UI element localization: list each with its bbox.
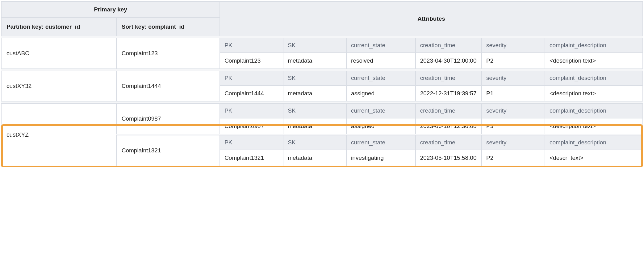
attr-header-sk: SK [283, 71, 346, 85]
cell-sk: metadata [283, 85, 346, 101]
cell-severity: P1 [482, 85, 545, 101]
attr-header-severity: severity [482, 38, 545, 53]
cell-creation-time: 2022-12-31T19:39:57 [416, 85, 482, 101]
cell-current-state: assigned [346, 118, 416, 134]
attr-header-complaint-description: complaint_description [545, 103, 643, 118]
cell-severity: P2 [482, 150, 545, 166]
cell-sk: metadata [283, 53, 346, 69]
cell-severity: P2 [482, 53, 545, 69]
cell-complaint-description: <description text> [545, 53, 643, 69]
attr-header-creation-time: creation_time [416, 135, 482, 150]
table-header-row: Primary key Attributes [1, 1, 643, 18]
table-row: custXY32 Complaint1444 PK SK current_sta… [1, 71, 643, 85]
primary-key-header: Primary key [1, 1, 220, 18]
table-wrapper: Primary key Attributes Partition key: cu… [1, 1, 643, 166]
attr-header-creation-time: creation_time [416, 38, 482, 53]
dynamodb-table: Primary key Attributes Partition key: cu… [1, 1, 643, 166]
attr-header-sk: SK [283, 38, 346, 53]
attr-header-severity: severity [482, 71, 545, 85]
attr-header-severity: severity [482, 103, 545, 118]
table-row: custXYZ Complaint0987 PK SK current_stat… [1, 103, 643, 118]
attr-header-pk: PK [220, 135, 283, 150]
cell-pk: Complaint123 [220, 53, 283, 69]
cell-current-state: assigned [346, 85, 416, 101]
attr-header-severity: severity [482, 135, 545, 150]
partition-key-cell: custXYZ [1, 103, 116, 166]
cell-creation-time: 2023-04-30T12:00:00 [416, 53, 482, 69]
attr-header-sk: SK [283, 135, 346, 150]
partition-key-header: Partition key: customer_id [1, 18, 116, 36]
sort-key-cell: Complaint1321 [116, 135, 220, 166]
cell-sk: metadata [283, 118, 346, 134]
cell-severity: P3 [482, 118, 545, 134]
attr-header-current-state: current_state [346, 103, 416, 118]
sort-key-header: Sort key: complaint_id [116, 18, 220, 36]
attr-header-creation-time: creation_time [416, 103, 482, 118]
cell-complaint-description: <description text> [545, 118, 643, 134]
attr-header-sk: SK [283, 103, 346, 118]
cell-current-state: investigating [346, 150, 416, 166]
attr-header-complaint-description: complaint_description [545, 38, 643, 53]
cell-pk: Complaint0987 [220, 118, 283, 134]
cell-pk: Complaint1444 [220, 85, 283, 101]
cell-creation-time: 2023-06-10T12:30:08 [416, 118, 482, 134]
attr-header-current-state: current_state [346, 135, 416, 150]
sort-key-cell: Complaint1444 [116, 71, 220, 101]
cell-sk: metadata [283, 150, 346, 166]
cell-creation-time: 2023-05-10T15:58:00 [416, 150, 482, 166]
cell-pk: Complaint1321 [220, 150, 283, 166]
attributes-header: Attributes [220, 1, 643, 36]
cell-complaint-description: <descr_text> [545, 150, 643, 166]
cell-current-state: resolved [346, 53, 416, 69]
attr-header-pk: PK [220, 103, 283, 118]
sort-key-cell: Complaint123 [116, 38, 220, 69]
attr-header-complaint-description: complaint_description [545, 71, 643, 85]
cell-complaint-description: <description text> [545, 85, 643, 101]
table-row: custABC Complaint123 PK SK current_state… [1, 38, 643, 53]
partition-key-cell: custXY32 [1, 71, 116, 101]
attr-header-complaint-description: complaint_description [545, 135, 643, 150]
partition-key-cell: custABC [1, 38, 116, 69]
attr-header-current-state: current_state [346, 71, 416, 85]
sort-key-cell: Complaint0987 [116, 103, 220, 134]
attr-header-pk: PK [220, 38, 283, 53]
attr-header-creation-time: creation_time [416, 71, 482, 85]
attr-header-current-state: current_state [346, 38, 416, 53]
attr-header-pk: PK [220, 71, 283, 85]
